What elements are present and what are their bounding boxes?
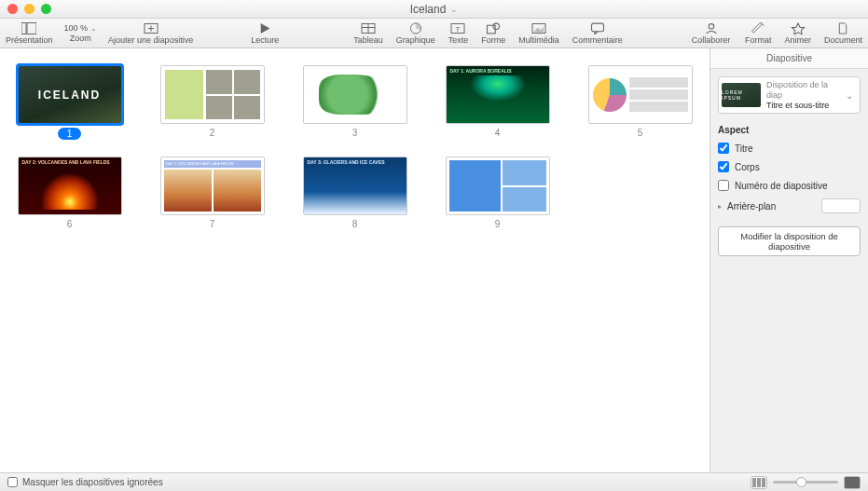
insert-text-button[interactable]: T Texte [448, 21, 469, 45]
slide-thumbnail-7[interactable]: DAY 2: VOLCANOES AND LAVA FIELDS [160, 157, 265, 215]
zoom-slider[interactable] [773, 481, 838, 484]
format-inspector: Diapositive LOREM IPSUM Disposition de l… [710, 48, 868, 472]
slide-number: 9 [495, 219, 501, 229]
checkbox-title[interactable]: Titre [718, 143, 861, 154]
format-inspector-button[interactable]: Format [745, 21, 772, 45]
format-icon [750, 21, 766, 34]
slide-layout-picker[interactable]: LOREM IPSUM Disposition de la diap Titre… [718, 76, 861, 114]
slide-number: 7 [210, 219, 215, 229]
hide-skipped-checkbox[interactable]: Masquer les diapositives ignorées [7, 477, 163, 487]
svg-rect-1 [27, 22, 36, 34]
toolbar: Présentation 100 %⌄ Zoom Ajouter une dia… [0, 19, 868, 48]
disclosure-triangle-icon[interactable]: ▸ [718, 202, 722, 211]
slide-thumbnail-4[interactable]: DAY 1: AURORA BOREALIS [446, 65, 550, 124]
fullscreen-window-icon[interactable] [41, 4, 51, 14]
slide-thumbnail-8[interactable]: DAY 3: GLACIERS AND ICE CAVES [303, 157, 407, 215]
play-icon [256, 21, 273, 34]
slide-thumbnail-1[interactable]: ICELAND [18, 65, 122, 124]
checkbox-body[interactable]: Corps [718, 161, 861, 172]
aspect-section-header: Aspect [718, 125, 861, 135]
zoom-slider-knob[interactable] [796, 477, 806, 487]
insert-shape-button[interactable]: Forme [481, 21, 505, 45]
status-bar: Masquer les diapositives ignorées [0, 472, 868, 491]
table-icon [360, 21, 377, 34]
window-titlebar: Iceland ⌄ [0, 0, 868, 19]
add-slide-button[interactable]: Ajouter une diapositive [108, 21, 193, 45]
background-color-swatch[interactable] [821, 198, 861, 213]
svg-rect-12 [488, 25, 496, 34]
view-mode-single-button[interactable] [844, 476, 861, 489]
document-title[interactable]: Iceland ⌄ [410, 3, 459, 16]
svg-text:T: T [456, 24, 461, 33]
inspector-tab-slide[interactable]: Diapositive [710, 48, 868, 69]
zoom-value: 100 %⌄ [64, 23, 98, 33]
slide-number: 8 [352, 219, 358, 229]
text-icon: T [449, 21, 466, 34]
slide-thumbnail-9[interactable] [446, 157, 550, 215]
document-inspector-button[interactable]: Document [824, 21, 862, 45]
document-icon [834, 21, 851, 34]
slide-number: 3 [352, 128, 358, 138]
edit-slide-layout-button[interactable]: Modifier la disposition de diapositive [718, 226, 861, 256]
plus-slide-icon [143, 21, 159, 34]
chart-icon [407, 21, 424, 34]
slide-number: 6 [67, 219, 73, 229]
slide-number: 2 [210, 128, 215, 138]
slide-thumbnail-3[interactable] [303, 65, 407, 124]
svg-marker-18 [792, 23, 804, 34]
collaborate-icon [703, 21, 720, 34]
insert-comment-button[interactable]: Commentaire [572, 21, 623, 45]
layout-thumbnail: LOREM IPSUM [722, 83, 761, 107]
checkbox-title-input[interactable] [718, 143, 729, 154]
play-button[interactable]: Lecture [251, 21, 279, 45]
view-menu-button[interactable]: Présentation [6, 21, 53, 45]
light-table-view[interactable]: ICELAND 1 2 3 DAY 1: AURORA BOREALIS 4 5… [0, 48, 710, 472]
view-icon [21, 21, 37, 34]
svg-point-17 [709, 23, 713, 28]
slide-number: 4 [495, 128, 501, 138]
layout-name: Titre et sous-titre [766, 101, 840, 111]
shape-icon [485, 21, 502, 34]
insert-table-button[interactable]: Tableau [353, 21, 383, 45]
chevron-down-icon: ⌄ [450, 5, 458, 14]
animate-icon [790, 21, 806, 34]
checkbox-slide-number[interactable]: Numéro de diapositive [718, 180, 861, 191]
chevron-up-down-icon: ⌄ [846, 90, 857, 101]
media-icon [530, 21, 547, 34]
hide-skipped-input[interactable] [7, 477, 18, 487]
svg-point-13 [493, 23, 500, 30]
layout-caption: Disposition de la diap [766, 80, 840, 101]
insert-chart-button[interactable]: Graphique [396, 21, 435, 45]
collaborate-button[interactable]: Collaborer [692, 21, 731, 45]
window-controls [7, 4, 51, 14]
checkbox-body-input[interactable] [718, 161, 729, 172]
slide-thumbnail-5[interactable] [588, 65, 693, 124]
svg-marker-15 [534, 26, 544, 32]
zoom-menu-button[interactable]: 100 %⌄ Zoom [64, 23, 98, 43]
slide-thumbnail-2[interactable] [160, 65, 265, 124]
background-row[interactable]: ▸ Arrière-plan [718, 198, 861, 213]
checkbox-slidenum-input[interactable] [718, 180, 729, 191]
insert-media-button[interactable]: Multimédia [518, 21, 559, 45]
document-name: Iceland [410, 3, 447, 16]
comment-icon [589, 21, 606, 34]
svg-rect-0 [21, 22, 26, 34]
view-mode-grid-button[interactable] [751, 476, 767, 489]
slide-number: 1 [58, 128, 82, 140]
minimize-window-icon[interactable] [24, 4, 34, 14]
svg-marker-5 [261, 23, 270, 34]
svg-rect-16 [591, 23, 603, 32]
slide-thumbnail-6[interactable]: DAY 2: VOLCANOES AND LAVA FIELDS [18, 157, 122, 215]
animate-inspector-button[interactable]: Animer [784, 21, 811, 45]
close-window-icon[interactable] [7, 4, 18, 14]
slide-number: 5 [638, 128, 643, 138]
